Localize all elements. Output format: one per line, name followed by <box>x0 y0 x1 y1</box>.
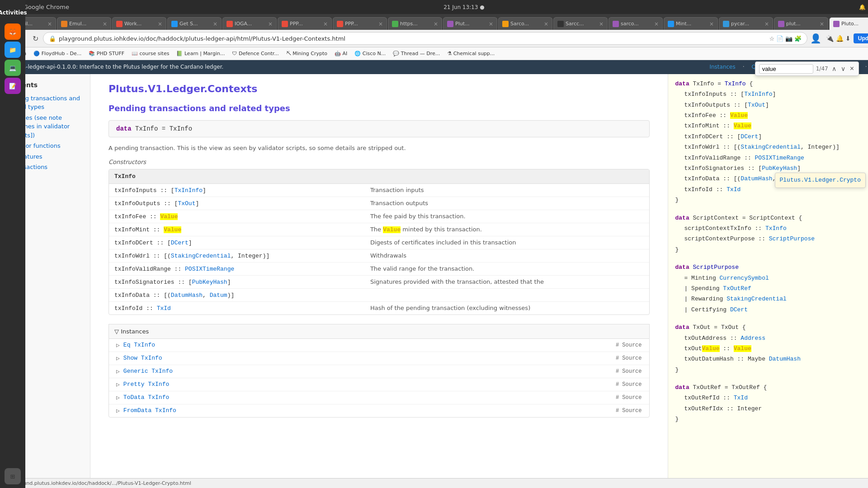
nav-instances[interactable]: Instances <box>709 64 735 70</box>
link-DatumHash2[interactable]: DatumHash <box>769 356 801 362</box>
link-TxOut[interactable]: TxOut <box>178 200 195 207</box>
link-DatumHash-r[interactable]: DatumHash <box>741 175 772 182</box>
link-StakingCred-r[interactable]: StakingCredential <box>741 144 801 150</box>
instance-todata-toggle[interactable]: ▷ <box>116 394 120 401</box>
tab-work-close[interactable]: × <box>158 21 162 27</box>
screenshot-icon[interactable]: 📷 <box>785 35 793 42</box>
link-TxInInfo-r[interactable]: TxInInfo <box>744 91 772 98</box>
tab-plut2[interactable]: plut... × <box>774 17 828 30</box>
link-DCert-r[interactable]: DCert <box>741 133 758 140</box>
instance-generic-source[interactable]: # Source <box>616 368 642 375</box>
extensions-area[interactable]: 🔌 🔔 ⬇ <box>826 35 851 42</box>
link-ScriptPurpose-sc[interactable]: ScriptPurpose <box>769 235 815 242</box>
link-POSIXTimeRange-r[interactable]: POSIXTimeRange <box>755 155 804 161</box>
link-DatumHash[interactable]: DatumHash <box>171 292 203 299</box>
tab-sarc2-close[interactable]: × <box>654 21 659 27</box>
tab-mint-close[interactable]: × <box>709 21 714 27</box>
tab-sarc2[interactable]: sarco... × <box>609 17 663 30</box>
tab-ioga[interactable]: IOGA... × <box>222 17 277 30</box>
tab-gith-close[interactable]: × <box>599 21 604 27</box>
find-close-button[interactable]: × <box>849 64 855 74</box>
instance-show-source[interactable]: # Source <box>616 355 642 361</box>
link-TxId2[interactable]: TxId <box>734 394 748 401</box>
tab-sarc1-close[interactable]: × <box>544 21 548 27</box>
tab-pyca-close[interactable]: × <box>764 21 769 27</box>
tab-pyca[interactable]: pycar... × <box>719 17 773 30</box>
tab-mint[interactable]: Mint... × <box>664 17 718 30</box>
bookmark-chemical[interactable]: ⚗ Chemical supp... <box>445 50 496 57</box>
link-Address[interactable]: Address <box>741 335 765 342</box>
update-button[interactable]: Update <box>854 33 868 43</box>
bookmark-defence[interactable]: 🛡 Defence Contr... <box>230 50 280 57</box>
code-line: txInfoInputs :: [TxInInfo] <box>684 89 868 99</box>
link-StakingCredential[interactable]: StakingCredential <box>171 253 231 259</box>
extension-icon[interactable]: 🧩 <box>794 35 802 42</box>
tab-gets-close[interactable]: × <box>213 21 217 27</box>
find-input[interactable] <box>759 64 813 74</box>
tab-gets[interactable]: Get S... × <box>167 17 222 30</box>
link-TxId-r[interactable]: TxId <box>726 186 741 193</box>
tab-sarc1[interactable]: Sarco... × <box>498 17 552 30</box>
link-TxOut-r[interactable]: TxOut <box>748 102 765 108</box>
link-CurrencySymbol[interactable]: CurrencySymbol <box>720 275 769 282</box>
find-prev-button[interactable]: ∧ <box>831 64 837 73</box>
instance-pretty-toggle[interactable]: ▷ <box>116 381 120 388</box>
tab-emul-close[interactable]: × <box>103 21 107 27</box>
tab-emul[interactable]: Emul... × <box>57 17 111 30</box>
tab-plut3-active[interactable]: Pluto... × <box>829 17 868 30</box>
taskbar-terminal-icon[interactable]: 💻 <box>5 60 21 76</box>
taskbar-activities[interactable]: Activities <box>4 4 22 22</box>
instance-pretty-source[interactable]: # Source <box>616 381 642 388</box>
tab-ppp1-close[interactable]: × <box>323 21 328 27</box>
tab-ioga-close[interactable]: × <box>268 21 273 27</box>
link-DCert2[interactable]: DCert <box>730 306 748 313</box>
link-DCert[interactable]: DCert <box>171 239 189 246</box>
link-Datum[interactable]: Datum <box>210 292 227 299</box>
bookmark-floydhub[interactable]: 🔵 FloydHub - De... <box>32 50 83 57</box>
instance-fromdata-source[interactable]: # Source <box>616 408 642 414</box>
bookmark-mining[interactable]: ⛏ Mining Crypto <box>284 50 329 57</box>
tab-plut1[interactable]: Plut... × <box>443 17 497 30</box>
bookmark-cisco[interactable]: 🌐 Cisco N... <box>353 50 387 57</box>
instance-generic-toggle[interactable]: ▷ <box>116 368 120 375</box>
instance-fromdata-toggle[interactable]: ▷ <box>116 407 120 414</box>
link-TxId[interactable]: TxId <box>157 305 171 312</box>
instance-show-toggle[interactable]: ▷ <box>116 355 120 362</box>
bookmark-icon[interactable]: ☆ <box>769 35 775 42</box>
instance-todata-source[interactable]: # Source <box>616 394 642 401</box>
tab-email-close[interactable]: × <box>47 21 52 27</box>
link-PubKeyHash[interactable]: PubKeyHash <box>192 279 227 286</box>
taskbar-firefox-icon[interactable]: 🦊 <box>5 23 21 40</box>
find-next-button[interactable]: ∨ <box>840 64 846 73</box>
reload-button[interactable]: ↻ <box>31 33 40 45</box>
tab-https[interactable]: https... × <box>388 17 442 30</box>
bookmark-course[interactable]: 📖 course sites <box>130 50 171 57</box>
taskbar-files-icon[interactable]: 📁 <box>5 42 21 58</box>
instances-header[interactable]: ▽ Instances <box>108 324 650 338</box>
link-TxInfo-sc[interactable]: TxInfo <box>765 225 787 232</box>
tab-plut1-close[interactable]: × <box>489 21 493 27</box>
tab-ppp2-close[interactable]: × <box>378 21 383 27</box>
tab-ppp1[interactable]: PPP... × <box>278 17 332 30</box>
bookmark-thread[interactable]: 💬 Thread — Dre... <box>391 50 442 57</box>
tab-ppp2[interactable]: PPP... × <box>333 17 387 30</box>
tab-https-close[interactable]: × <box>434 21 438 27</box>
instance-eq-source[interactable]: # Source <box>616 342 642 348</box>
bookmark-phd[interactable]: 📚 PHD STUFF <box>87 50 126 57</box>
link-TxOutRef[interactable]: TxOutRef <box>723 285 751 292</box>
link-StakingCred2[interactable]: StakingCredential <box>726 296 787 302</box>
taskbar-vscode-icon[interactable]: 📝 <box>5 78 21 94</box>
tab-work[interactable]: Work... × <box>112 17 166 30</box>
profile-icon[interactable]: 👤 <box>810 33 821 44</box>
reader-icon[interactable]: 📄 <box>776 35 783 42</box>
instance-eq-toggle[interactable]: ▷ <box>116 342 120 349</box>
bookmark-ai[interactable]: 🤖 AI <box>333 50 349 57</box>
taskbar-grid-icon[interactable]: ⊞ <box>5 468 21 484</box>
tab-gith[interactable]: Sarcc... × <box>553 17 608 30</box>
link-TxInInfo[interactable]: TxInInfo <box>175 187 203 194</box>
link-PubKeyHash-r[interactable]: PubKeyHash <box>762 165 797 172</box>
tab-plut2-close[interactable]: × <box>820 21 824 27</box>
address-bar[interactable]: 🔒 playground.plutus.iohkdev.io/doc/haddo… <box>43 32 807 45</box>
bookmark-learn[interactable]: 📗 Learn | Margin... <box>175 50 226 57</box>
link-POSIXTimeRange[interactable]: POSIXTimeRange <box>185 266 234 272</box>
